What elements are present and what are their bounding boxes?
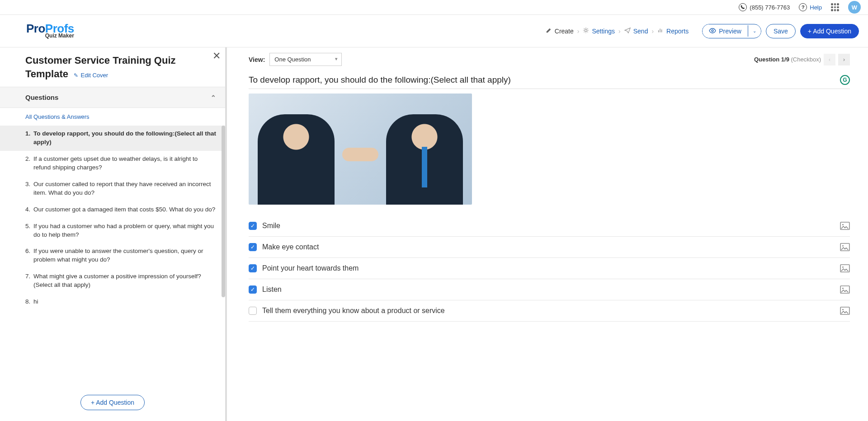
close-sidebar-button[interactable]: ✕ [212, 50, 221, 62]
questions-section-header[interactable]: Questions ⌃ [0, 87, 225, 108]
chevron-right-icon: › [577, 28, 580, 35]
phone-number: (855) 776-7763 [750, 4, 790, 11]
main-panel: View: One Question Question 1/9 (Checkbo… [227, 47, 868, 421]
chevron-down-icon: ⌄ [753, 28, 756, 33]
main-toolbar: View: One Question Question 1/9 (Checkbo… [249, 53, 850, 66]
all-questions-link[interactable]: All Questions & Answers [0, 108, 225, 126]
chevron-right-icon: › [843, 56, 845, 63]
question-list-item[interactable]: 2.If a customer gets upset due to weathe… [0, 151, 225, 176]
preview-button[interactable]: Preview [703, 24, 748, 38]
question-list-item[interactable]: 6.If you were unable to answer the custo… [0, 243, 225, 268]
option-checkbox[interactable] [249, 307, 257, 315]
option-checkbox[interactable]: ✓ [249, 285, 257, 294]
question-number: 6. [25, 247, 33, 264]
question-number: 4. [25, 206, 33, 214]
grammarly-badge-icon[interactable]: G [840, 75, 850, 85]
pencil-icon: ✎ [74, 72, 78, 79]
chart-icon [657, 27, 664, 35]
apps-grid-icon[interactable] [831, 3, 839, 11]
question-text-row: To develop rapport, you should do the fo… [249, 75, 850, 89]
add-image-icon[interactable] [840, 222, 850, 230]
question-list-item[interactable]: 8.hi [0, 294, 225, 310]
edit-cover-link[interactable]: ✎ Edit Cover [74, 72, 108, 79]
view-select[interactable]: One Question [269, 53, 342, 66]
question-number: 7. [25, 272, 33, 290]
question-text-preview: If you were unable to answer the custome… [33, 247, 216, 264]
quiz-title-area: Customer Service Training Quiz Template … [0, 47, 225, 87]
view-select-value: One Question [274, 56, 311, 63]
chevron-right-icon: › [651, 28, 654, 35]
question-number: 2. [25, 155, 33, 172]
next-question-button[interactable]: › [838, 54, 850, 65]
user-avatar[interactable]: W [848, 1, 861, 14]
add-question-button[interactable]: + Add Question [800, 24, 859, 38]
crumb-create[interactable]: Create [555, 28, 574, 35]
edit-cover-label: Edit Cover [80, 72, 108, 79]
scrollbar[interactable] [222, 126, 225, 297]
add-image-icon[interactable] [840, 264, 850, 272]
crumb-reports[interactable]: Reports [666, 28, 689, 35]
question-counter: Question 1/9 [754, 56, 789, 63]
question-number: 5. [25, 222, 33, 239]
option-text[interactable]: Point your heart towards them [262, 264, 835, 272]
phone-item[interactable]: (855) 776-7763 [739, 3, 790, 11]
option-row: ✓Point your heart towards them [249, 258, 850, 279]
add-image-icon[interactable] [840, 307, 850, 315]
sidebar-add-question-button[interactable]: + Add Question [80, 395, 145, 410]
question-text-preview: hi [33, 298, 216, 306]
question-list-item[interactable]: 5.If you had a customer who had a proble… [0, 218, 225, 243]
option-text[interactable]: Make eye contact [262, 243, 835, 251]
pencil-icon [546, 27, 552, 35]
view-selector-group: View: One Question [249, 53, 342, 66]
prev-question-button[interactable]: ‹ [824, 54, 835, 65]
svg-point-4 [842, 245, 844, 247]
questions-header-label: Questions [25, 94, 58, 101]
svg-point-8 [842, 288, 844, 289]
body: ✕ Customer Service Training Quiz Templat… [0, 47, 868, 421]
option-row: Tell them everything you know about a pr… [249, 300, 850, 322]
question-text-preview: If you had a customer who had a problem … [33, 222, 216, 239]
question-list-item[interactable]: 1.To develop rapport, you should do the … [0, 126, 225, 151]
option-row: ✓Smile [249, 215, 850, 237]
option-text[interactable]: Smile [262, 222, 835, 230]
sidebar-add-question-wrap: + Add Question [0, 384, 225, 421]
help-icon: ? [799, 3, 807, 11]
option-checkbox[interactable]: ✓ [249, 264, 257, 272]
svg-point-6 [842, 267, 844, 268]
question-nav: Question 1/9 (Checkbox) ‹ › [754, 54, 850, 65]
question-text[interactable]: To develop rapport, you should do the fo… [249, 75, 835, 85]
chevron-right-icon: › [618, 28, 621, 35]
question-type: (Checkbox) [791, 56, 821, 63]
option-text[interactable]: Tell them everything you know about a pr… [262, 307, 835, 315]
phone-icon [739, 3, 747, 11]
gear-icon [583, 27, 589, 35]
option-checkbox[interactable]: ✓ [249, 243, 257, 251]
add-image-icon[interactable] [840, 243, 850, 251]
crumb-send[interactable]: Send [633, 28, 648, 35]
preview-dropdown[interactable]: ⌄ [748, 25, 761, 37]
option-row: ✓Make eye contact [249, 237, 850, 258]
question-image[interactable] [249, 94, 472, 205]
question-list-item[interactable]: 3.Our customer called to report that the… [0, 176, 225, 201]
help-item[interactable]: ? Help [799, 3, 822, 11]
header-actions: Create › Settings › Send › Reports Previ… [546, 24, 859, 38]
question-list-item[interactable]: 7.What might give a customer a positive … [0, 268, 225, 294]
save-button[interactable]: Save [766, 24, 796, 38]
question-text-preview: What might give a customer a positive im… [33, 272, 216, 290]
view-label: View: [249, 56, 265, 63]
option-checkbox[interactable]: ✓ [249, 222, 257, 230]
question-text-preview: Our customer got a damaged item that cos… [33, 206, 216, 214]
question-text-preview: To develop rapport, you should do the fo… [33, 130, 216, 147]
question-number: 8. [25, 298, 33, 306]
top-utility-bar: (855) 776-7763 ? Help W [0, 0, 868, 15]
question-text-preview: Our customer called to report that they … [33, 180, 216, 197]
add-image-icon[interactable] [840, 285, 850, 294]
crumb-settings[interactable]: Settings [592, 28, 615, 35]
logo[interactable]: ProProfs Quiz Maker [26, 23, 74, 38]
question-list-item[interactable]: 4.Our customer got a damaged item that c… [0, 201, 225, 218]
preview-button-group: Preview ⌄ [702, 24, 761, 38]
send-icon [624, 27, 631, 35]
option-row: ✓Listen [249, 279, 850, 300]
help-label: Help [810, 4, 822, 11]
option-text[interactable]: Listen [262, 285, 835, 294]
